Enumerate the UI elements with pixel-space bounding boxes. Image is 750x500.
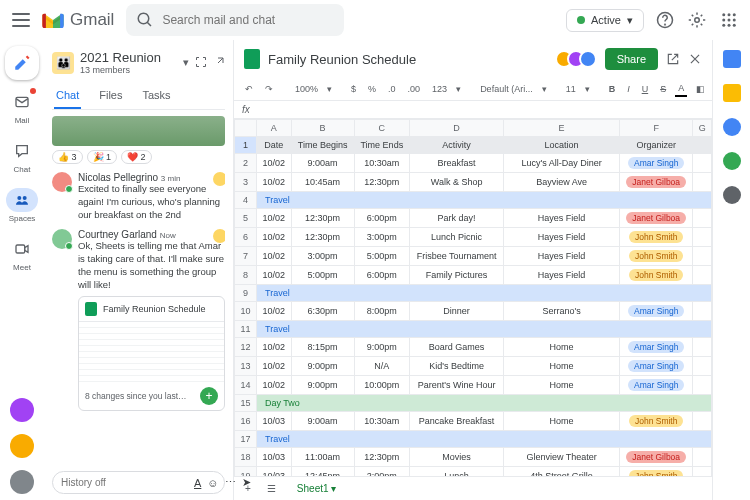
avatar-icon: [52, 229, 72, 249]
emoji-icon[interactable]: ☺: [207, 477, 218, 489]
font-select[interactable]: Default (Ari...: [477, 82, 536, 96]
table-row[interactable]: 810/025:00pm6:00pmFamily PicturesHayes F…: [235, 266, 712, 285]
chevron-down-icon[interactable]: ▾: [183, 56, 189, 69]
user-avatar[interactable]: [10, 434, 34, 458]
table-row[interactable]: 15Day Two: [235, 395, 712, 412]
table-row[interactable]: 1810/0311:00am12:30pmMoviesGlenview Thea…: [235, 448, 712, 467]
nav-meet[interactable]: Meet: [0, 233, 44, 276]
status-active[interactable]: Active ▾: [566, 9, 644, 32]
table-row[interactable]: 210/029:00am10:30amBreakfastLucy's All-D…: [235, 154, 712, 173]
formula-bar[interactable]: fx: [234, 101, 712, 119]
table-row[interactable]: 1210/028:15pm9:00pmBoard GamesHomeAmar S…: [235, 338, 712, 357]
all-sheets-icon[interactable]: ☰: [264, 481, 279, 496]
dec-button[interactable]: .0: [385, 82, 399, 96]
collapse-icon[interactable]: [195, 56, 207, 68]
keep-icon[interactable]: [723, 84, 741, 102]
menu-icon[interactable]: [12, 13, 30, 27]
reaction-icon[interactable]: [213, 229, 225, 243]
table-row[interactable]: 510/0212:30pm6:00pmPark day!Hayes FieldJ…: [235, 209, 712, 228]
message-compose[interactable]: A ☺ ⋯ ➤: [52, 471, 225, 494]
doc-attachment-card[interactable]: Family Reunion Schedule 8 changes since …: [78, 296, 225, 411]
search-bar[interactable]: [126, 4, 344, 36]
addons-icon[interactable]: [723, 186, 741, 204]
column-header[interactable]: [235, 120, 257, 137]
apps-grid-icon[interactable]: [720, 11, 738, 29]
message-list: 👍 3🎉 1❤️ 2 Nicolas Pellegrino 3 min Exci…: [52, 110, 225, 467]
table-row[interactable]: 1910/0312:45pm2:00pmLunch4th Street Gril…: [235, 467, 712, 477]
format-button[interactable]: 123: [429, 82, 450, 96]
space-tabs: Chat Files Tasks: [52, 83, 225, 110]
contacts-icon[interactable]: [723, 152, 741, 170]
message-time: 3 min: [161, 174, 181, 183]
tasks-icon[interactable]: [723, 118, 741, 136]
open-external-icon[interactable]: [666, 52, 680, 66]
table-row[interactable]: 17Travel: [235, 431, 712, 448]
table-row[interactable]: 1410/029:00pm10:00pmParent's Wine HourHo…: [235, 376, 712, 395]
svg-point-5: [722, 13, 725, 16]
underline-button[interactable]: U: [639, 82, 652, 96]
reaction-icon[interactable]: [213, 172, 225, 186]
add-sheet-button[interactable]: +: [242, 481, 254, 496]
nav-spaces[interactable]: Spaces: [0, 184, 44, 227]
help-icon[interactable]: [656, 11, 674, 29]
gmail-logo[interactable]: Gmail: [42, 10, 114, 30]
dec-button[interactable]: .00: [405, 82, 424, 96]
column-header[interactable]: D: [410, 120, 504, 137]
popout-icon[interactable]: [213, 56, 225, 68]
column-header[interactable]: B: [291, 120, 354, 137]
spreadsheet-grid[interactable]: ABCDEFG 1DateTime BeginsTime EndsActivit…: [234, 119, 712, 476]
redo-icon[interactable]: ↷: [262, 82, 276, 96]
reaction-chip[interactable]: 👍 3: [52, 150, 83, 164]
italic-button[interactable]: I: [624, 82, 633, 96]
collaborator-avatars[interactable]: [561, 50, 597, 68]
bold-button[interactable]: B: [606, 82, 619, 96]
svg-point-13: [733, 24, 736, 27]
table-row[interactable]: 11Travel: [235, 321, 712, 338]
reaction-chip[interactable]: ❤️ 2: [121, 150, 152, 164]
user-avatar[interactable]: [10, 398, 34, 422]
sheet-tab[interactable]: Sheet1 ▾: [289, 480, 344, 497]
reaction-chip[interactable]: 🎉 1: [87, 150, 118, 164]
table-row[interactable]: 9Travel: [235, 285, 712, 302]
fillcolor-icon[interactable]: ◧: [693, 82, 708, 96]
table-row[interactable]: 4Travel: [235, 192, 712, 209]
table-row[interactable]: 1010/026:30pm8:00pmDinnerSerrano'sAmar S…: [235, 302, 712, 321]
table-row[interactable]: 310/0210:45am12:30pmWalk & ShopBayview A…: [235, 173, 712, 192]
svg-point-12: [728, 24, 731, 27]
textcolor-button[interactable]: A: [675, 81, 687, 97]
search-input[interactable]: [162, 13, 334, 27]
table-row[interactable]: 1610/039:00am10:30amPancake BreakfastHom…: [235, 412, 712, 431]
strike-button[interactable]: S: [657, 82, 669, 96]
column-header[interactable]: A: [257, 120, 292, 137]
image-attachment[interactable]: [52, 116, 225, 146]
add-button[interactable]: +: [200, 387, 218, 405]
mail-icon: [14, 94, 30, 110]
message-author: Nicolas Pellegrino: [78, 172, 158, 183]
column-header[interactable]: E: [504, 120, 620, 137]
percent-button[interactable]: %: [365, 82, 379, 96]
table-row[interactable]: 710/023:00pm5:00pmFrisbee TournamentHaye…: [235, 247, 712, 266]
tab-tasks[interactable]: Tasks: [140, 83, 172, 109]
compose-button[interactable]: [5, 46, 39, 80]
undo-icon[interactable]: ↶: [242, 82, 256, 96]
close-icon[interactable]: [688, 52, 702, 66]
column-header[interactable]: C: [354, 120, 410, 137]
zoom-select[interactable]: 100%: [292, 82, 321, 96]
column-header[interactable]: F: [620, 120, 693, 137]
tab-chat[interactable]: Chat: [54, 83, 81, 109]
space-title: 2021 Reunion: [80, 50, 161, 65]
gear-icon[interactable]: [688, 11, 706, 29]
calendar-icon[interactable]: [723, 50, 741, 68]
share-button[interactable]: Share: [605, 48, 658, 70]
nav-mail[interactable]: Mail: [0, 86, 44, 129]
tab-files[interactable]: Files: [97, 83, 124, 109]
message-input[interactable]: [61, 477, 188, 488]
currency-button[interactable]: $: [348, 82, 359, 96]
column-header[interactable]: G: [693, 120, 712, 137]
table-row[interactable]: 1310/029:00pmN/AKid's BedtimeHomeAmar Si…: [235, 357, 712, 376]
table-row[interactable]: 610/0212:30pm3:00pmLunch PicnicHayes Fie…: [235, 228, 712, 247]
user-avatar[interactable]: [10, 470, 34, 494]
format-icon[interactable]: A: [194, 477, 201, 489]
fontsize-select[interactable]: 11: [563, 82, 579, 96]
nav-chat[interactable]: Chat: [0, 135, 44, 178]
